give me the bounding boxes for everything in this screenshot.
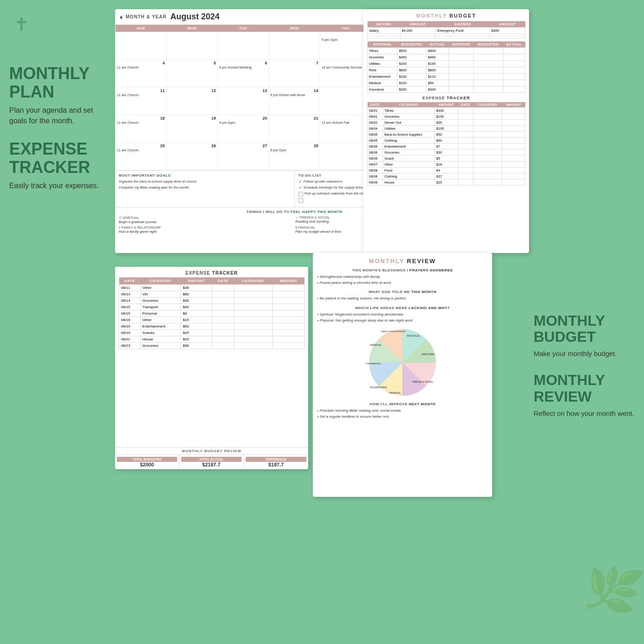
total-budgeted-cell: TOTAL BUDGETED $2000 xyxy=(115,455,179,469)
exp-row: 08/21House$25 xyxy=(119,336,305,343)
exp-page-title: EXPENSE TRACKER xyxy=(119,270,305,276)
wheel-label-financial: FINANCIAL xyxy=(389,392,401,394)
exp-row: 08/15Personal$9 xyxy=(119,310,305,317)
happy-spiritual: ☆ SPIRITUAL Begin a gratitude journal. xyxy=(119,216,293,224)
event-text: 5 pm Gym xyxy=(322,38,369,42)
calendar-cell xyxy=(167,32,218,60)
exp-th-d1: DATE xyxy=(119,277,141,285)
exp-row: 08/16Other$15 xyxy=(119,317,305,323)
calendar-cell: 5 xyxy=(167,60,218,87)
total-actual-label: TOTAL ACTUAL xyxy=(181,457,242,462)
todo-check-2: ✓ xyxy=(299,185,302,190)
tracker-row: 08/01Tithes$400 xyxy=(368,108,525,114)
th-act1: ACTUAL xyxy=(426,41,448,48)
cal-day-tue: TUE xyxy=(218,25,269,32)
todo-uncheck-3 xyxy=(299,192,303,196)
calendar-cell: 146 pm Dinner with Anne xyxy=(269,87,320,115)
left-sidebar: MONTHLY PLAN Plan your agenda and set go… xyxy=(9,64,110,191)
blessings-title: THIS MONTH'S BLESSINGS / PRAYERS ANSWERE… xyxy=(317,268,488,272)
goal-1: Organize the back-to-school supply drive… xyxy=(119,179,291,184)
tr-th-cat2: CATEGORY xyxy=(473,102,502,108)
calendar-cell xyxy=(269,32,320,60)
exp-th-c2: CATEGORY xyxy=(234,277,272,285)
expense-tracker-page: EXPENSE TRACKER DATE CATEGORY AMOUNT DAT… xyxy=(115,267,308,469)
tracker-row: 08/08Food$4 xyxy=(368,167,525,173)
exp-row: 08/11Other$36 xyxy=(119,285,305,291)
monthly-review-page: MONTHLY REVIEW THIS MONTH'S BLESSINGS / … xyxy=(313,253,492,497)
date-number: 21 xyxy=(270,116,318,121)
happy-cat-family: ♥ FAMILY & RELATIONSHIP xyxy=(119,226,293,229)
date-number: 27 xyxy=(219,144,267,148)
calendar-cell: 7 xyxy=(269,60,320,87)
budget-page-title: MONTHLY BUDGET xyxy=(367,13,525,18)
expense-row: Medical$100$50 xyxy=(368,80,525,86)
tracker-row: 08/06Snack$5 xyxy=(368,155,525,161)
expense-tracker-desc: Easily track your expenses. xyxy=(9,181,110,191)
expense-row: Tithes$500$400 xyxy=(368,48,525,54)
tracker-row: 08/08Clothing$37 xyxy=(368,173,525,179)
tracker-row: 08/07Other$18 xyxy=(368,161,525,167)
tracker-row: 08/02Dinner Out$35 xyxy=(368,120,525,126)
calendar-icon: ♦ xyxy=(120,13,123,21)
th-savings-amount: AMOUNT xyxy=(490,21,525,28)
wheel-label-friends: FRIENDS & SOCIAL xyxy=(412,381,433,383)
date-number: 28 xyxy=(270,144,318,148)
wheel-label-environmental: ENVIRONMENTAL xyxy=(366,362,381,365)
date-number: 25 xyxy=(117,144,165,148)
exp-row: 08/14Groceries$30 xyxy=(119,298,305,304)
blessing-2: • Found peace during a stressful time at… xyxy=(317,280,488,285)
income-row-1: Salary $4,000 Emergency Fund $300 xyxy=(368,28,525,34)
god-told-title: WHAT GOD TOLD ME THIS MONTH xyxy=(317,290,488,294)
event-text: 11 am Church xyxy=(117,148,165,153)
date-number: 5 xyxy=(168,61,216,65)
happy-family: ♥ FAMILY & RELATIONSHIP Host a family ga… xyxy=(119,226,293,234)
cal-day-wed: WED xyxy=(269,25,320,32)
monthly-budget-desc: Make your monthly budget. xyxy=(534,349,635,358)
event-text: 5 pm Gym xyxy=(270,148,318,153)
date-number: 1 xyxy=(322,33,369,38)
calendar-cell: 13 xyxy=(218,87,269,115)
tracker-row: 08/01Groceries$150 xyxy=(368,114,525,120)
todo-check-1: ✓ xyxy=(299,179,302,184)
calendar-label: MONTH & YEAR xyxy=(126,14,167,19)
happy-cat-spiritual: ☆ SPIRITUAL xyxy=(119,216,293,219)
th-savings: SAVINGS xyxy=(436,21,490,28)
th-exp2: EXPENSE xyxy=(448,41,474,48)
tracker-row: 08/05Clothing$60 xyxy=(368,138,525,144)
calendar-cell: 12 xyxy=(167,87,218,115)
cross-icon: ✝ xyxy=(14,14,29,35)
exp-row: 08/23Groceries$56 xyxy=(119,343,305,349)
calendar-cell: 26 xyxy=(167,143,218,170)
exp-table: DATE CATEGORY AMOUNT DATE CATEGORY AMOUN… xyxy=(119,277,305,349)
tr-th-amt1: AMOUNT xyxy=(435,102,458,108)
wheel-label-emotional: EMOTIONAL xyxy=(422,353,435,356)
th-income: INCOME xyxy=(368,21,401,28)
review-page-title: MONTHLY REVIEW xyxy=(317,258,488,264)
expense-row: Groceries$450$460 xyxy=(368,54,525,61)
life-wheel-svg: PHYSICAL EMOTIONAL FRIENDS & SOCIAL FINA… xyxy=(366,326,439,399)
lacking-2: • Physical: Not getting enough sleep due… xyxy=(317,318,488,323)
date-number: 8 xyxy=(322,61,369,65)
tracker-row: 08/06Entertainment$7 xyxy=(368,144,525,150)
monthly-review-desc: Reflect on how your month went. xyxy=(534,408,635,418)
date-number: 20 xyxy=(219,116,267,121)
tracker-table: DATE CATEGORY AMOUNT DATE CATEGORY AMOUN… xyxy=(367,102,525,185)
calendar-cell: 1811 am Church xyxy=(115,115,167,143)
todo-uncheck-4 xyxy=(299,198,303,203)
savings-amount: $300 xyxy=(490,28,525,34)
expense-tracker-title-sidebar: EXPENSE TRACKER xyxy=(9,140,110,176)
event-text: 11 am Church xyxy=(117,93,165,98)
goals-panel: MOST IMPORTANT GOALS Organize the back-t… xyxy=(115,171,295,207)
improve-title: HOW I'LL IMPROVE NEXT MONTH xyxy=(317,402,488,406)
pages-area: ♦ MONTH & YEAR August 2024 SUN MON TUE W… xyxy=(115,5,529,639)
todo-text-2: Schedule meetings for the supply drive. xyxy=(304,185,364,190)
date-number: 11 xyxy=(117,88,165,93)
expense-row: Insurance$200$200 xyxy=(368,86,525,93)
calendar-cell: 285 pm Gym xyxy=(269,143,320,170)
th-act2: ACTUAL xyxy=(503,41,525,48)
income-row-3 xyxy=(368,36,525,39)
improve-2: • Set a regular bedtime to ensure better… xyxy=(317,414,488,419)
calendar-month: August 2024 xyxy=(170,12,219,22)
wheel-label-physical: PHYSICAL xyxy=(407,334,420,337)
goals-title: MOST IMPORTANT GOALS xyxy=(119,173,291,178)
